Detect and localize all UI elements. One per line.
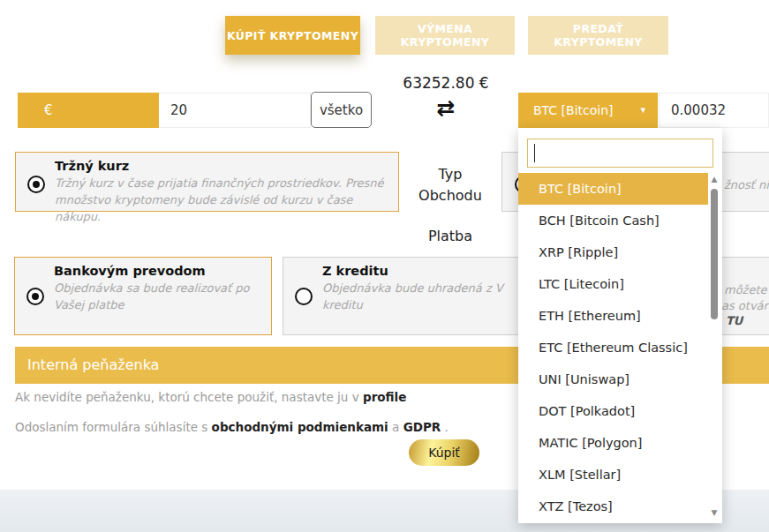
exchange-rate: 63252.80 € (380, 74, 512, 92)
terms-link[interactable]: obchodnými podmienkami (212, 420, 388, 434)
chevron-down-icon: ▾ (640, 93, 645, 128)
currency-search-input[interactable] (527, 139, 713, 168)
text-cursor (534, 144, 535, 162)
option-description: Tržný kurz v čase prijatia finančných pr… (55, 176, 389, 226)
radio-button[interactable] (26, 288, 44, 305)
profile-link[interactable]: profile (363, 390, 406, 404)
option-title: Z kreditu (322, 264, 551, 278)
scroll-up-icon[interactable]: ▲ (709, 175, 720, 184)
option-text: Z kreditu Objednávka bude uhradená z V k… (322, 264, 551, 314)
currency-option-list: BTC [Bitcoin] BCH [Bitcoin Cash] XRP [Ri… (518, 173, 722, 522)
tab-sell-crypto[interactable]: PREDAŤ KRYPTOMENY (528, 16, 668, 55)
amount-input[interactable] (159, 93, 311, 128)
currency-option-bch[interactable]: BCH [Bitcoin Cash] (518, 205, 722, 236)
option-description-fragment: žnosť nie (724, 178, 769, 191)
currency-option-etc[interactable]: ETC [Ethereum Classic] (518, 332, 722, 363)
payment-option-bank-transfer[interactable]: Bankovým prevodom Objednávka sa bude rea… (14, 257, 272, 335)
all-button[interactable]: všetko (311, 92, 372, 128)
currency-option-xlm[interactable]: XLM [Stellar] (518, 459, 722, 491)
option-title: Bankovým prevodom (54, 264, 262, 278)
option-description-line2: kreditu (322, 297, 551, 314)
currency-option-xtz[interactable]: XTZ [Tezos] (518, 491, 722, 522)
trade-type-label-line2: Obchodu (402, 185, 499, 206)
currency-option-dot[interactable]: DOT [Polkadot] (518, 395, 722, 427)
currency-option-xrp[interactable]: XRP [Ripple] (518, 236, 722, 268)
consent-note: Odoslaním formulára súhlasíte s obchodný… (15, 420, 449, 434)
option-description-fragment: môžete v (724, 283, 769, 296)
currency-option-btc[interactable]: BTC [Bitcoin] (518, 173, 708, 205)
dropdown-scrollbar[interactable]: ▲ ▼ (709, 173, 720, 521)
to-amount-input[interactable] (659, 93, 769, 128)
currency-option-eth[interactable]: ETH [Ethereum] (518, 300, 722, 332)
option-link-fragment[interactable]: TU (726, 314, 743, 327)
option-text: Bankovým prevodom Objednávka sa bude rea… (54, 264, 262, 314)
wallet-note-text: Ak nevidíte peňaženku, ktorú chcete použ… (15, 390, 359, 404)
currency-option-ltc[interactable]: LTC [Litecoin] (518, 268, 722, 300)
option-description-line1: Objednávka bude uhradená z V (322, 281, 551, 297)
to-currency-value: BTC [Bitcoin] (533, 103, 614, 117)
consent-text: Odoslaním formulára súhlasíte s (15, 420, 207, 434)
option-description: Objednávka sa bude realizovať po Vašej p… (54, 281, 262, 314)
swap-icon[interactable]: ⇄ (424, 95, 468, 121)
from-currency-label: € (18, 93, 159, 128)
to-currency-select[interactable]: BTC [Bitcoin] ▾ (518, 93, 658, 128)
option-description: Objednávka bude uhradená z V kreditu (322, 281, 551, 314)
wallet-note: Ak nevidíte peňaženku, ktorú chcete použ… (15, 390, 406, 404)
option-title: Tržný kurz (55, 159, 389, 173)
tab-buy-crypto[interactable]: KÚPIŤ KRYPTOMENY (225, 16, 360, 55)
currency-option-uni[interactable]: UNI [Uniswap] (518, 363, 722, 395)
buy-button[interactable]: Kúpiť (409, 439, 479, 466)
consent-suffix: . (445, 420, 449, 434)
option-description-fragment: as otvárac (721, 299, 769, 312)
gdpr-link[interactable]: GDPR (403, 420, 441, 434)
trade-type-option-market-rate[interactable]: Tržný kurz Tržný kurz v čase prijatia fi… (15, 152, 399, 212)
trade-type-label: Typ Obchodu (402, 164, 499, 206)
radio-button[interactable] (295, 288, 313, 305)
buy-crypto-page: KÚPIŤ KRYPTOMENY VÝMENA KRYPTOMENY PREDA… (0, 0, 769, 532)
trade-type-label-line1: Typ (402, 164, 499, 185)
scrollbar-thumb[interactable] (711, 189, 718, 319)
scroll-down-icon[interactable]: ▼ (709, 508, 720, 517)
payment-label: Platba (402, 228, 499, 244)
consent-conjunction: a (392, 420, 399, 434)
radio-button[interactable] (27, 176, 45, 193)
option-text: Tržný kurz Tržný kurz v čase prijatia fi… (55, 159, 389, 226)
tab-exchange-crypto[interactable]: VÝMENA KRYPTOMENY (375, 16, 515, 55)
currency-option-matic[interactable]: MATIC [Polygon] (518, 427, 722, 459)
currency-dropdown-panel: BTC [Bitcoin] BCH [Bitcoin Cash] XRP [Ri… (518, 128, 722, 523)
